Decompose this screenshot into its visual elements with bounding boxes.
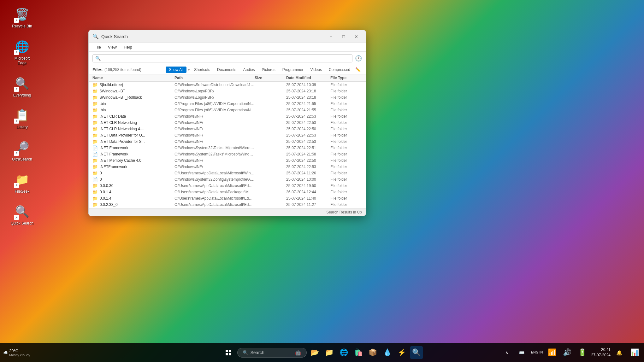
table-row[interactable]: 📁 .NET CLR Data C:\Windows\INF\ 25-07-20… (89, 113, 366, 120)
taskbar-extras[interactable]: 📊 (628, 346, 641, 359)
file-icon: 📁 (92, 108, 98, 113)
table-row[interactable]: 📁 0.0.1.4 C:\Users\rames\AppData\Local\P… (89, 189, 366, 195)
row-path: C:\Windows\Logs\PBR\ (174, 89, 255, 93)
row-date: 25-07-2024 23:18 (286, 89, 330, 93)
row-type: File folder (330, 184, 362, 188)
battery-icon[interactable]: 🔋 (576, 346, 589, 359)
table-row[interactable]: 📁 $Windows.~BT_Rollback C:\Windows\Logs\… (89, 94, 366, 101)
desktop-icon-recycle-bin[interactable]: 🗑️ ↗ Recycle Bin (9, 6, 35, 29)
row-date: 25-07-2024 11:26 (286, 171, 330, 175)
desktop-icon-edge[interactable]: 🌐 ↗ Microsoft Edge (9, 38, 35, 66)
row-date: 25-07-2024 22:53 (286, 133, 330, 137)
table-row[interactable]: 📁 .NET Data Provider for S... C:\Windows… (89, 138, 366, 145)
taskbar-explorer[interactable]: 📁 (323, 346, 336, 359)
edit-filters-icon[interactable]: ✏️ (354, 67, 362, 73)
file-icon: 📁 (92, 171, 98, 176)
col-type[interactable]: File Type (330, 76, 362, 80)
desktop-icon-everything[interactable]: 🔍 ↗ Everything (9, 75, 35, 98)
row-name: 📄 0 (92, 177, 174, 182)
search-input-wrap[interactable]: 🔍 (92, 54, 352, 62)
col-name[interactable]: Name (92, 76, 174, 80)
row-path: C:\Windows\INF\ (174, 158, 255, 163)
desktop-icon-ultrasearch[interactable]: 🔎 ↗ UltraSearch (9, 139, 35, 162)
table-row[interactable]: 📁 ${build.nttree} C:\Windows\SoftwareDis… (89, 82, 366, 88)
desktop-icon-quicksearch[interactable]: 🔍 ↗ Quick Search (9, 203, 35, 226)
table-row[interactable]: 📁 0.0.1.4 C:\Users\rames\AppData\Local\M… (89, 195, 366, 201)
close-button[interactable]: ✕ (351, 32, 362, 41)
filter-audios[interactable]: Audios (240, 67, 258, 73)
filter-programmer[interactable]: Programmer (279, 67, 307, 73)
taskbar-search-label: Search (251, 350, 264, 355)
history-icon[interactable]: 🕐 (355, 55, 362, 62)
table-row[interactable]: 📁 .NETFramework C:\Windows\INF\ 25-07-20… (89, 164, 366, 170)
table-row[interactable]: 📁 $Windows.~BT C:\Windows\Logs\PBR\ 25-0… (89, 88, 366, 94)
row-path: C:\Program Files (x86)\NVIDIA Corporatio… (174, 108, 255, 112)
table-row[interactable]: 📁 0.0.0.30 C:\Users\rames\AppData\Local\… (89, 183, 366, 189)
filter-videos[interactable]: Videos (307, 67, 325, 73)
table-row[interactable]: 📁 .NET CLR Networking C:\Windows\INF\ 25… (89, 120, 366, 126)
taskbar-dropbox[interactable]: 💧 (381, 346, 394, 359)
table-row[interactable]: 📁 0.0.2.38_0 C:\Users\rames\AppData\Loca… (89, 201, 366, 208)
row-name: 📄 .NET Framework (92, 152, 174, 157)
table-row[interactable]: 📁 .NET Memory Cache 4.0 C:\Windows\INF\ … (89, 157, 366, 164)
row-path: C:\Users\rames\AppData\Local\Microsoft\E… (174, 184, 255, 188)
table-row[interactable]: 📁 0 C:\Users\rames\AppData\Local\Microso… (89, 170, 366, 176)
taskbar-keyboard[interactable]: ⌨️ (516, 346, 528, 359)
desktop: 🗑️ ↗ Recycle Bin 🌐 ↗ Microsoft Edge 🔍 ↗ … (0, 0, 644, 362)
row-path: C:\Program Files (x86)\NVIDIA Corporatio… (174, 102, 255, 106)
col-size[interactable]: Size (255, 76, 286, 80)
taskbar-files[interactable]: 📂 (309, 346, 321, 359)
menu-view[interactable]: View (105, 44, 120, 50)
desktop-icon-fileseek[interactable]: 📁 ↗ FileSeek (9, 172, 35, 194)
volume-icon[interactable]: 🔊 (561, 346, 574, 359)
file-icon: 📄 (92, 152, 98, 157)
filter-show-all[interactable]: Show All (166, 67, 186, 73)
filter-pictures[interactable]: Pictures (258, 67, 278, 73)
row-type: File folder (330, 127, 362, 131)
search-input[interactable] (103, 56, 350, 61)
file-icon: 📁 (92, 89, 98, 94)
taskbar-edge[interactable]: 🌐 (338, 346, 350, 359)
time-block[interactable]: 20:41 27-07-2024 (591, 347, 611, 358)
menu-file[interactable]: File (91, 44, 104, 50)
file-icon: 📄 (92, 145, 98, 150)
taskbar-quicksearch-active[interactable]: 🔍 (410, 346, 423, 359)
file-icon: 📁 (92, 120, 98, 125)
language-icon[interactable]: ENG IN (531, 346, 543, 359)
notification-icon[interactable]: 🔔 (613, 346, 626, 359)
filter-documents[interactable]: Documents (214, 67, 239, 73)
maximize-button[interactable]: □ (338, 32, 349, 41)
table-row[interactable]: 📄 0 C:\Windows\System32\config\systempro… (89, 176, 366, 183)
taskbar-search-copilot: 🤖 (295, 350, 301, 356)
taskbar-search[interactable]: 🔍 Search 🤖 (237, 348, 307, 358)
start-button[interactable] (222, 346, 235, 359)
row-name: 📁 0.0.0.30 (92, 183, 174, 188)
taskbar-store[interactable]: 🛍️ (352, 346, 365, 359)
desktop-icon-listary[interactable]: 📋 ↗ Listary (9, 107, 35, 130)
weather-widget[interactable]: ☁️ 29°C Mostly cloudy (3, 348, 30, 357)
quicksearch-label: Quick Search (11, 221, 33, 226)
filter-shortcuts[interactable]: Shortcuts (191, 67, 213, 73)
row-type: File folder (330, 102, 362, 106)
table-row[interactable]: 📁 .bin C:\Program Files (x86)\NVIDIA Cor… (89, 101, 366, 107)
table-row[interactable]: 📄 .NET Framework C:\Windows\System32\Tas… (89, 145, 366, 151)
minimize-button[interactable]: − (325, 32, 337, 41)
taskbar-amazon[interactable]: 📦 (367, 346, 379, 359)
filter-compressed[interactable]: Compressed (326, 67, 353, 73)
wifi-icon[interactable]: 📶 (546, 346, 558, 359)
table-row[interactable]: 📁 .NET CLR Networking 4.... C:\Windows\I… (89, 126, 366, 132)
table-row[interactable]: 📁 .NET Data Provider for O... C:\Windows… (89, 132, 366, 138)
menu-help[interactable]: Help (121, 44, 135, 50)
row-path: C:\Windows\INF\ (174, 127, 255, 131)
row-type: File folder (330, 202, 362, 207)
col-path[interactable]: Path (174, 76, 255, 80)
table-row[interactable]: 📄 .NET Framework C:\Windows\System32\Tas… (89, 151, 366, 157)
shortcut-arrow: ↗ (14, 87, 19, 92)
table-row[interactable]: 📁 .bin C:\Program Files (x86)\NVIDIA Cor… (89, 107, 366, 113)
taskbar-chevron-up[interactable]: ∧ (500, 346, 513, 359)
file-icon: 📁 (92, 139, 98, 144)
taskbar-app1[interactable]: ⚡ (396, 346, 408, 359)
col-date[interactable]: Date Modified (286, 76, 330, 80)
weather-icon: ☁️ (3, 350, 8, 355)
row-name: 📁 .NET CLR Networking (92, 120, 174, 125)
